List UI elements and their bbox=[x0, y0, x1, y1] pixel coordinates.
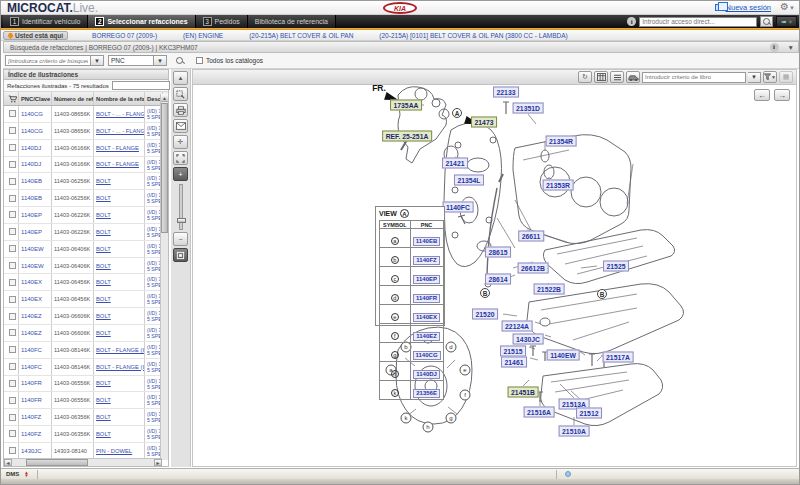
criteria-dropdown-button[interactable]: ▼ bbox=[91, 55, 104, 66]
part-name-link[interactable]: BOLT bbox=[96, 279, 111, 285]
view-pnc-label[interactable]: 1140DJ bbox=[413, 370, 440, 379]
part-name-link[interactable]: BOLT - ... - FLANGE - ... bbox=[96, 111, 145, 117]
new-session-link[interactable]: Nueva sesión bbox=[715, 3, 771, 12]
part-name-link[interactable]: BOLT bbox=[96, 330, 111, 336]
part-name-link[interactable]: BOLT bbox=[96, 263, 111, 269]
part-label-1140fc[interactable]: 1140FC bbox=[443, 202, 474, 213]
row-checkbox[interactable] bbox=[9, 414, 16, 421]
pnc-link[interactable]: 1140EB bbox=[21, 178, 42, 184]
row-checkbox[interactable] bbox=[9, 178, 16, 185]
pnc-link[interactable]: 1430JC bbox=[21, 448, 42, 454]
col-number[interactable]: Número de refac bbox=[52, 92, 94, 105]
part-name-link[interactable]: BOLT bbox=[96, 397, 111, 403]
part-label-21525[interactable]: 21525 bbox=[603, 261, 629, 272]
col-pnc[interactable]: PNC/Clave bbox=[19, 92, 52, 105]
row-checkbox[interactable] bbox=[9, 296, 16, 303]
part-label-21473[interactable]: 21473 bbox=[471, 117, 497, 128]
pnc-link[interactable]: 1140EW bbox=[21, 263, 44, 269]
zoom-slider[interactable] bbox=[179, 184, 183, 230]
row-checkbox[interactable] bbox=[9, 110, 16, 117]
part-name-link[interactable]: BOLT bbox=[96, 431, 111, 437]
pnc-link[interactable]: 1140DJ bbox=[21, 145, 41, 151]
category-dropdown-button[interactable]: ▼ bbox=[154, 55, 167, 66]
part-name-link[interactable]: BOLT bbox=[96, 246, 111, 252]
part-label-1735aa[interactable]: 1735AA bbox=[390, 100, 422, 111]
info-icon[interactable]: i bbox=[627, 17, 636, 26]
pnc-link[interactable]: 1140EP bbox=[21, 212, 42, 218]
table-row[interactable]: 1140CG11403-08656KBOLT - ... - FLANGE - … bbox=[4, 123, 168, 140]
search-criteria-input[interactable] bbox=[5, 55, 91, 66]
tab-biblioteca-de-referencia[interactable]: Biblioteca de referencia bbox=[248, 15, 336, 28]
part-name-link[interactable]: BOLT - FLANGE (I/MS) bbox=[96, 347, 145, 353]
part-label-21451b[interactable]: 21451B bbox=[508, 387, 539, 398]
part-label-26612b[interactable]: 26612B bbox=[518, 263, 549, 274]
part-label-21354r[interactable]: 21354R bbox=[546, 136, 577, 147]
row-checkbox[interactable] bbox=[9, 346, 16, 353]
part-label-28615[interactable]: 28615 bbox=[485, 247, 511, 258]
part-name-link[interactable]: BOLT bbox=[96, 296, 111, 302]
part-label-21421[interactable]: 21421 bbox=[442, 158, 468, 169]
part-label-21520[interactable]: 21520 bbox=[472, 309, 498, 320]
pnc-link[interactable]: 1140EZ bbox=[21, 330, 42, 336]
table-row[interactable]: 1140DJ11403-06166KBOLT - FLANGE(I/D) 385… bbox=[4, 140, 168, 157]
row-checkbox[interactable] bbox=[9, 262, 16, 269]
part-name-link[interactable]: BOLT - FLANGE bbox=[96, 161, 139, 167]
part-label-21516a[interactable]: 21516A bbox=[524, 407, 555, 418]
tab-identificar-veh-culo[interactable]: 1Identificar vehículo bbox=[3, 15, 88, 28]
table-row[interactable]: 1140FC11403-08146KBOLT - FLANGE (I/MS)(I… bbox=[4, 342, 168, 359]
pnc-link[interactable]: 1140EW bbox=[21, 246, 44, 252]
pnc-link[interactable]: 1140FZ bbox=[21, 414, 41, 420]
view-pnc-label[interactable]: 1140FZ bbox=[413, 256, 439, 265]
part-label-ref-25-251a[interactable]: REF. 25-251A bbox=[382, 131, 432, 142]
settings-gear-icon[interactable]: ⚙▼ bbox=[780, 1, 795, 12]
part-name-link[interactable]: BOLT bbox=[96, 195, 111, 201]
print-button[interactable] bbox=[173, 103, 188, 117]
fit-view-button[interactable] bbox=[173, 248, 188, 262]
scroll-left-arrow[interactable]: ◄ bbox=[4, 459, 12, 466]
all-catalogs-checkbox[interactable] bbox=[196, 57, 203, 64]
view-pnc-label[interactable]: 21356E bbox=[413, 389, 440, 398]
row-checkbox[interactable] bbox=[9, 245, 16, 252]
table-row[interactable]: 1140EX11403-06456KBOLT(I/D) 385 SPEE bbox=[4, 274, 168, 291]
hscroll-thumb[interactable] bbox=[26, 459, 88, 466]
pnc-link[interactable]: 1140FZ bbox=[21, 431, 41, 437]
part-name-link[interactable]: BOLT - FLANGE (I/MS) bbox=[96, 364, 145, 370]
tab-seleccionar-refacciones[interactable]: 2Seleccionar refacciones bbox=[88, 15, 195, 28]
table-row[interactable]: 1140CG11403-08656KBOLT - ... - FLANGE - … bbox=[4, 106, 168, 123]
part-name-link[interactable]: BOLT bbox=[96, 178, 111, 184]
breadcrumb-link-1[interactable]: (EN) ENGINE bbox=[183, 32, 223, 39]
collapse-section-icon[interactable]: ▼ bbox=[788, 44, 794, 51]
scroll-right-arrow[interactable]: ► bbox=[154, 459, 162, 466]
pnc-link[interactable]: 1140CG bbox=[21, 111, 43, 117]
table-horizontal-scrollbar[interactable]: ◄ ► bbox=[4, 458, 162, 466]
part-label-22124a[interactable]: 22124A bbox=[502, 321, 533, 332]
table-row[interactable]: 1140EP11403-06226KBOLT(I/D) 385 SPEE bbox=[4, 224, 168, 241]
table-row[interactable]: 1140FR11403-06556KBOLT(I/D) 385 SPEE bbox=[4, 376, 168, 393]
scroll-thumb[interactable] bbox=[161, 103, 168, 233]
row-checkbox[interactable] bbox=[9, 279, 16, 286]
table-row[interactable]: 1140EX11403-06456KBOLT(I/D) 385 SPEE bbox=[4, 291, 168, 308]
part-label-1140ew[interactable]: 1140EW bbox=[547, 350, 580, 361]
collapse-panel-button[interactable]: ▴ bbox=[173, 71, 188, 85]
table-row[interactable]: 1140FR11403-06556KBOLT(I/D) 385 SPEE bbox=[4, 392, 168, 409]
table-row[interactable]: 1140FZ11403-06356KBOLT(I/D) 385 SPEE bbox=[4, 426, 168, 443]
part-label-21354l[interactable]: 21354L bbox=[454, 175, 484, 186]
pan-button[interactable]: ✛ bbox=[173, 135, 188, 149]
tab-pedidos[interactable]: 3Pedidos bbox=[196, 15, 248, 28]
part-label-22133[interactable]: 22133 bbox=[493, 87, 519, 98]
part-label-1430jc[interactable]: 1430JC bbox=[513, 334, 544, 345]
email-button[interactable] bbox=[173, 119, 188, 133]
scroll-up-arrow[interactable]: ▲ bbox=[161, 94, 168, 102]
part-name-link[interactable]: BOLT bbox=[96, 414, 111, 420]
row-checkbox[interactable] bbox=[9, 313, 16, 320]
pnc-link[interactable]: 1140EP bbox=[21, 229, 42, 235]
part-name-link[interactable]: BOLT bbox=[96, 229, 111, 235]
pnc-link[interactable]: 1140FR bbox=[21, 380, 42, 386]
part-label-21515[interactable]: 21515 bbox=[500, 346, 526, 357]
pnc-link[interactable]: 1140EX bbox=[21, 279, 42, 285]
part-label-28614[interactable]: 28614 bbox=[485, 274, 511, 285]
pnc-link[interactable]: 1140EZ bbox=[21, 313, 42, 319]
pnc-link[interactable]: 1140EB bbox=[21, 195, 42, 201]
view-pnc-label[interactable]: 1140EX bbox=[413, 313, 440, 322]
dms-transfer-button[interactable]: ➠▾ bbox=[776, 16, 797, 27]
